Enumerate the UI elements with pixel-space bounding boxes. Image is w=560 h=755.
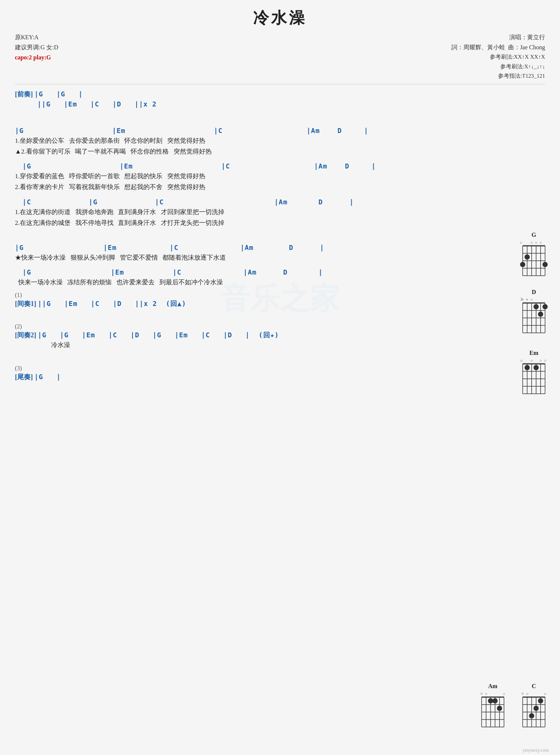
chord-G-label: G — [532, 232, 536, 238]
svg-text:○: ○ — [520, 240, 522, 245]
song-title: 冷水澡 — [15, 7, 545, 28]
svg-text:○: ○ — [531, 358, 533, 363]
chord-diagrams-right: G ○ ○ ○ — [519, 232, 549, 399]
svg-text:○: ○ — [520, 358, 523, 363]
verse1-block3: |C |G |C |Am D | 1.在这充满你的街道 我拼命地奔跑 直到满身汗… — [15, 197, 545, 228]
ref2: 参考刷法:X↑↓_↓↑↓ — [451, 62, 545, 72]
chord-C-label: C — [532, 683, 536, 690]
svg-text:○: ○ — [485, 691, 488, 696]
page: 冷水澡 原KEY:A 建议男调:G 女:D capo:2 play:G 演唱：黄… — [0, 0, 560, 755]
chord-Am: Am × ○ ○ — [478, 683, 508, 733]
paren3: (3) — [15, 365, 545, 372]
suggestion: 建议男调:G 女:D — [15, 42, 58, 52]
paren1: (1) — [15, 292, 545, 298]
svg-text:○: ○ — [539, 240, 542, 245]
interlude2-chords: |G |G |Em |C |D |G |Em |C |D | (回★) — [38, 331, 279, 339]
meta-section: 原KEY:A 建议男调:G 女:D capo:2 play:G 演唱：黄立行 詞… — [15, 32, 545, 81]
verse1-lyrics1a: 1.坐妳爱坐的公车 去你爱去的那条街 怀念你的时刻 突然觉得好热 — [15, 136, 545, 146]
chord-C-grid: × ○ ○ — [519, 691, 549, 733]
interlude2-label: [间奏2] — [15, 331, 36, 339]
chord-Em-label: Em — [529, 350, 538, 356]
interlude1-row: [间奏1] ||G |Em |C |D ||x 2 (回▲) — [15, 298, 545, 309]
interlude1-chords: ||G |Em |C |D ||x 2 (回▲) — [38, 300, 186, 307]
svg-point-33 — [533, 304, 539, 309]
verse1-lyrics2b: 2.看你寄来的卡片 写着祝我新年快乐 想起我的不舍 突然觉得好热 — [15, 182, 545, 192]
svg-text:○: ○ — [503, 691, 505, 696]
chord-C: C × ○ ○ — [519, 683, 549, 733]
website-label: yinyuezj.com — [523, 747, 549, 753]
verse1-chords2: |G |Em |C |Am D | — [15, 161, 545, 171]
chord-D-grid: 2 × × ○ — [519, 297, 549, 338]
svg-point-51 — [525, 365, 530, 370]
chorus-line2: 快来一场冷水澡 冻结所有的烦恼 也许爱来爱去 到最后不如冲个冷水澡 — [15, 277, 545, 287]
svg-point-12 — [525, 254, 530, 260]
verse1-block1: |G |Em |C |Am D | 1.坐妳爱坐的公车 去你爱去的那条街 怀念你… — [15, 126, 545, 157]
intro-section: [前奏] |G |G | ||G |Em |C |D ||x 2 — [15, 89, 545, 109]
interlude2-sub: 冷水澡 — [15, 340, 545, 350]
capo-info: capo:2 play:G — [15, 52, 58, 62]
verse1-lyrics2a: 1.穿你爱看的蓝色 哼你爱听的一首歌 想起我的快乐 突然觉得好热 — [15, 171, 545, 181]
verse1-lyrics3a: 1.在这充满你的街道 我拼命地奔跑 直到满身汗水 才回到家里把一切洗掉 — [15, 207, 545, 217]
original-key: 原KEY:A — [15, 32, 58, 42]
chorus-block1: |G |Em |C |Am D | ★快来一场冷水澡 狠狠从头冲到脚 管它爱不爱… — [15, 242, 545, 263]
website-text: yinyuezj.com — [523, 747, 549, 753]
meta-left: 原KEY:A 建议男调:G 女:D capo:2 play:G — [15, 32, 58, 81]
svg-text:×: × — [522, 297, 524, 302]
paren3-block: (3) [尾奏] |G | — [15, 365, 545, 382]
chord-Em-grid: ○ ○ ○ ○ — [519, 358, 549, 399]
verse1-chords3: |C |G |C |Am D | — [15, 197, 545, 207]
svg-point-85 — [533, 706, 539, 711]
svg-point-52 — [533, 365, 539, 370]
svg-point-11 — [520, 262, 525, 267]
chord-G: G ○ ○ ○ — [519, 232, 549, 278]
svg-text:○: ○ — [544, 358, 547, 363]
intro-line1: [前奏] |G |G | — [15, 89, 545, 99]
divider-top — [15, 84, 545, 84]
svg-text:○: ○ — [531, 240, 533, 245]
chord-D-label: D — [532, 289, 536, 295]
chord-diagrams-bottom: Am × ○ ○ — [478, 683, 549, 733]
svg-text:×: × — [526, 297, 529, 302]
interlude1-label: [间奏1] — [15, 300, 36, 307]
chord-G-grid: ○ ○ ○ ○ — [519, 240, 549, 278]
chorus-chords2: |G |Em |C |Am D | — [15, 267, 545, 277]
svg-point-34 — [538, 312, 543, 317]
intro-chords1: |G |G | — [34, 90, 83, 98]
svg-point-69 — [497, 706, 502, 711]
verse1-lyrics1b: ▲2.看你留下的可乐 喝了一半就不再喝 怀念你的性格 突然觉得好热 — [15, 146, 545, 157]
svg-point-86 — [538, 698, 543, 703]
paren2-block: (2) [间奏2] |G |G |Em |C |D |G |Em |C |D |… — [15, 323, 545, 350]
intro-label: [前奏] — [15, 90, 33, 98]
meta-right: 演唱：黄立行 詞：周耀辉、黃小蛙 曲：Jae Chong 参考刷法:XX↑X X… — [451, 32, 545, 81]
paren1-block: (1) [间奏1] ||G |Em |C |D ||x 2 (回▲) — [15, 292, 545, 309]
verse1-chords1: |G |Em |C |Am D | — [15, 126, 545, 136]
chorus-block2: |G |Em |C |Am D | 快来一场冷水澡 冻结所有的烦恼 也许爱来爱去… — [15, 267, 545, 287]
outro-chords: |G | — [34, 373, 61, 381]
interlude2-row: [间奏2] |G |G |Em |C |D |G |Em |C |D | (回★… — [15, 330, 545, 340]
chorus-chords1: |G |Em |C |Am D | — [15, 242, 545, 253]
verse1-block2: |G |Em |C |Am D | 1.穿你爱看的蓝色 哼你爱听的一首歌 想起我… — [15, 161, 545, 192]
outro-label: [尾奏] — [15, 373, 33, 381]
ref1: 参考刷法:XX↑X XX↑X — [451, 52, 545, 62]
composer: 曲：Jae Chong — [508, 44, 545, 50]
lyricist-composer: 詞：周耀辉、黃小蛙 曲：Jae Chong — [451, 42, 545, 52]
chord-Em: Em ○ ○ ○ ○ — [519, 350, 549, 399]
svg-text:○: ○ — [539, 358, 542, 363]
svg-point-35 — [542, 304, 548, 309]
singer: 演唱：黄立行 — [451, 32, 545, 42]
chorus-star-line: ★快来一场冷水澡 狠狠从头冲到脚 管它爱不爱情 都随着泡沫放逐下水道 — [15, 253, 545, 263]
chord-Am-label: Am — [488, 683, 498, 690]
svg-text:○: ○ — [544, 691, 547, 696]
svg-text:×: × — [522, 691, 524, 696]
svg-text:○: ○ — [535, 240, 538, 245]
paren2: (2) — [15, 323, 545, 330]
outro-row: [尾奏] |G | — [15, 372, 545, 382]
svg-point-68 — [492, 698, 498, 703]
svg-point-67 — [488, 698, 493, 703]
verse1-lyrics3b: 2.在这充满你的城堡 我不停地寻找 直到满身汗水 才打开龙头把一切洗掉 — [15, 218, 545, 228]
ref3: 参考指法:T123_121 — [451, 71, 545, 81]
lyricist: 詞：周耀辉、黃小蛙 — [451, 44, 505, 50]
svg-text:○: ○ — [526, 691, 529, 696]
svg-point-13 — [542, 262, 548, 267]
svg-point-84 — [529, 713, 534, 718]
